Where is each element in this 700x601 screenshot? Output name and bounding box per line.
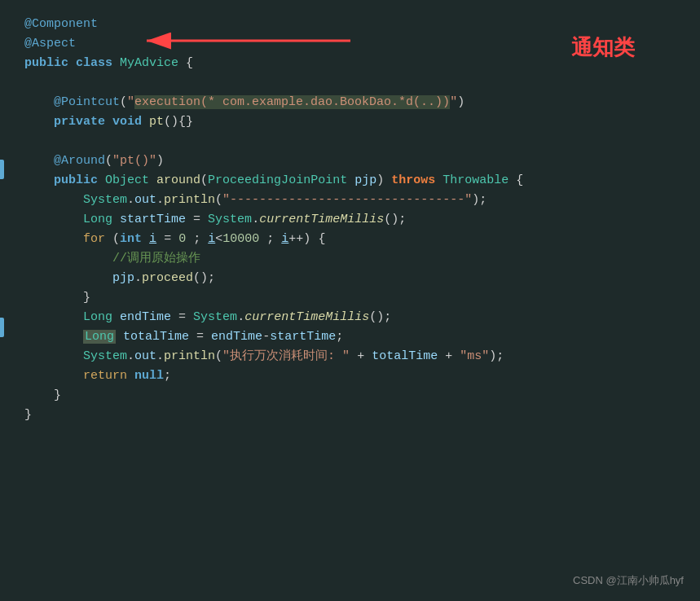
code-line-2: @Aspect <box>24 34 684 54</box>
code-line-4 <box>24 73 684 93</box>
code-line-9: public Object around(ProceedingJoinPoint… <box>24 171 684 191</box>
code-line-19: return null; <box>24 366 684 386</box>
code-line-18: System.out.println("执行万次消耗时间: " + totalT… <box>24 347 684 366</box>
watermark: CSDN @江南小帅瓜hyf <box>573 572 684 590</box>
code-line-5: @Pointcut("execution(* com.example.dao.B… <box>24 93 684 112</box>
code-line-1: @Component <box>24 15 684 34</box>
code-line-20: } <box>24 386 684 406</box>
code-line-8: @Around("pt()") <box>24 151 684 171</box>
code-line-11: Long startTime = System.currentTimeMilli… <box>24 210 684 230</box>
code-line-14: pjp.proceed(); <box>24 269 684 288</box>
code-block: @Component @Aspect public class MyAdvice… <box>0 0 700 440</box>
code-line-16: Long endTime = System.currentTimeMillis(… <box>24 308 684 327</box>
code-line-7 <box>24 132 684 151</box>
code-line-13: //调用原始操作 <box>24 249 684 269</box>
code-line-10: System.out.println("--------------------… <box>24 191 684 210</box>
code-line-12: for (int i = 0 ; i<10000 ; i++) { <box>24 230 684 249</box>
code-line-3: public class MyAdvice { <box>24 54 684 73</box>
code-line-15: } <box>24 288 684 308</box>
code-line-17: Long totalTime = endTime-startTime; <box>24 327 684 347</box>
code-line-21: } <box>24 406 684 425</box>
code-line-6: private void pt(){} <box>24 112 684 132</box>
